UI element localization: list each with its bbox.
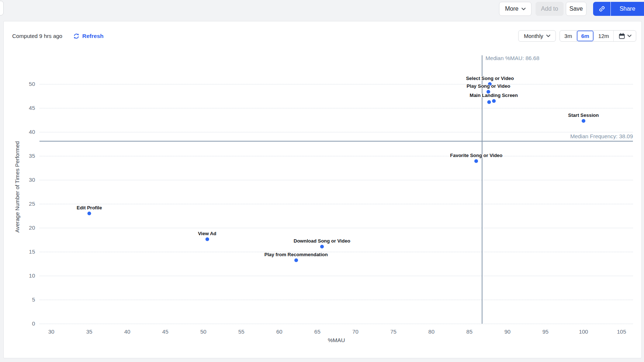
share-button-group: Share xyxy=(593,2,644,16)
more-button[interactable]: More xyxy=(499,2,532,16)
refresh-label: Refresh xyxy=(82,33,104,39)
computed-timestamp: Computed 9 hrs ago xyxy=(12,30,62,42)
chevron-down-icon xyxy=(522,8,526,10)
interval-dropdown-value: Monthly xyxy=(524,33,543,39)
share-button[interactable]: Share xyxy=(611,2,644,16)
data-point[interactable] xyxy=(320,245,324,248)
add-to-button-label: Add to xyxy=(541,6,558,12)
range-option-12m[interactable]: 12m xyxy=(594,31,614,41)
save-button[interactable]: Save xyxy=(566,2,586,16)
interval-dropdown[interactable]: Monthly xyxy=(518,30,556,42)
app-root: More Add to Save Share Computed 9 hrs ag… xyxy=(0,0,644,362)
add-to-button[interactable]: Add to xyxy=(536,2,564,16)
data-point[interactable] xyxy=(492,99,496,103)
date-range-group: 3m 6m 12m xyxy=(560,30,636,42)
link-icon xyxy=(598,5,606,13)
calendar-dropdown[interactable] xyxy=(614,31,636,41)
copy-link-button[interactable] xyxy=(593,2,611,16)
share-button-label: Share xyxy=(620,6,636,12)
data-point[interactable] xyxy=(582,119,585,123)
range-option-6m[interactable]: 6m xyxy=(577,31,594,41)
chart-panel xyxy=(3,21,642,358)
data-point[interactable] xyxy=(487,90,490,94)
data-point[interactable] xyxy=(87,212,91,215)
chevron-down-icon xyxy=(627,35,631,37)
chevron-down-icon xyxy=(546,35,550,37)
range-option-3m[interactable]: 3m xyxy=(560,31,577,41)
calendar-icon xyxy=(619,33,625,39)
data-point[interactable] xyxy=(205,237,209,241)
refresh-icon xyxy=(73,33,80,39)
refresh-button[interactable]: Refresh xyxy=(73,30,104,42)
cropped-button-fragment[interactable] xyxy=(0,1,4,15)
save-button-label: Save xyxy=(569,6,583,12)
more-button-label: More xyxy=(505,6,518,12)
